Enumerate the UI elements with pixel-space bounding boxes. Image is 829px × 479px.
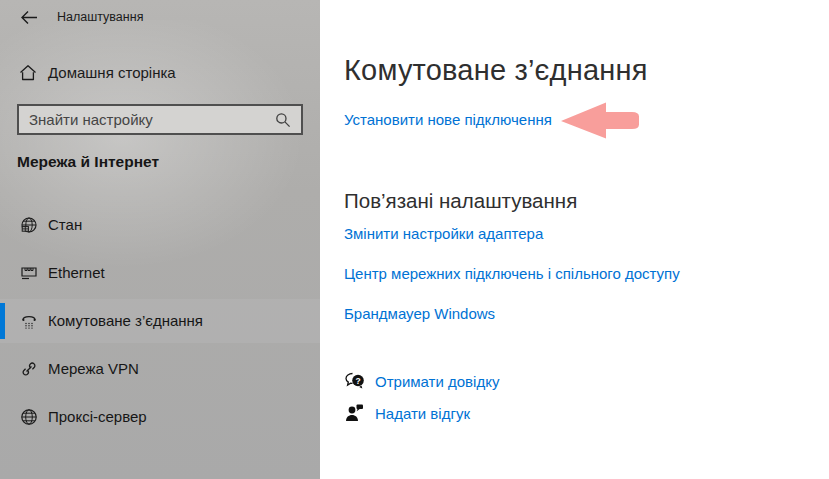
sidebar-section-title: Мережа й Інтернет: [17, 153, 159, 171]
sidebar-item-status[interactable]: Стан: [0, 203, 320, 247]
back-arrow-icon: [20, 10, 38, 25]
give-feedback-row[interactable]: Надати відгук: [344, 402, 744, 426]
page-title: Комутоване з’єднання: [344, 54, 648, 87]
help-bubble-icon: ?: [344, 371, 366, 391]
sidebar-item-vpn[interactable]: Мережа VPN: [0, 347, 320, 391]
sidebar-item-label: Ethernet: [48, 264, 105, 281]
search-box[interactable]: [17, 104, 303, 135]
back-button[interactable]: [14, 4, 44, 30]
vpn-icon: [20, 360, 38, 378]
get-help-link[interactable]: Отримати довідку: [375, 373, 499, 390]
sidebar-item-home[interactable]: Домашня сторінка: [0, 57, 320, 91]
sidebar-item-label: Домашня сторінка: [48, 64, 176, 81]
sidebar-item-label: Проксі-сервер: [48, 408, 147, 425]
proxy-globe-icon: [20, 408, 38, 426]
sidebar-item-dialup[interactable]: Комутоване з’єднання: [0, 299, 320, 343]
network-status-icon: [20, 216, 38, 234]
sidebar-item-ethernet[interactable]: Ethernet: [0, 251, 320, 295]
sidebar-item-label: Комутоване з’єднання: [48, 312, 203, 329]
get-help-row[interactable]: ? Отримати довідку: [344, 370, 744, 394]
home-icon: [19, 64, 37, 82]
annotation-arrow-icon: [560, 101, 642, 141]
give-feedback-link[interactable]: Надати відгук: [375, 405, 470, 422]
change-adapter-options-link[interactable]: Змінити настройки адаптера: [344, 225, 543, 242]
sidebar-item-label: Мережа VPN: [48, 360, 139, 377]
window-title: Налаштування: [57, 10, 143, 24]
feedback-person-icon: [344, 403, 366, 423]
setup-new-connection-link[interactable]: Установити нове підключення: [344, 111, 552, 128]
search-icon[interactable]: [275, 112, 291, 128]
search-input[interactable]: [29, 106, 269, 133]
windows-firewall-link[interactable]: Брандмауер Windows: [344, 305, 495, 322]
dialup-phone-icon: [20, 312, 38, 330]
network-sharing-center-link[interactable]: Центр мережних підключень і спільного до…: [344, 265, 680, 282]
selected-accent-bar: [0, 303, 5, 339]
related-settings-heading: Пов’язані налаштування: [344, 189, 577, 213]
titlebar: Налаштування: [0, 0, 320, 36]
sidebar-item-proxy[interactable]: Проксі-сервер: [0, 395, 320, 439]
settings-sidebar: Налаштування Домашня сторінка Мережа й І…: [0, 0, 320, 479]
main-content: Комутоване з’єднання Установити нове під…: [320, 0, 829, 479]
svg-text:?: ?: [355, 376, 360, 386]
sidebar-item-label: Стан: [48, 216, 82, 233]
ethernet-icon: [20, 264, 38, 282]
